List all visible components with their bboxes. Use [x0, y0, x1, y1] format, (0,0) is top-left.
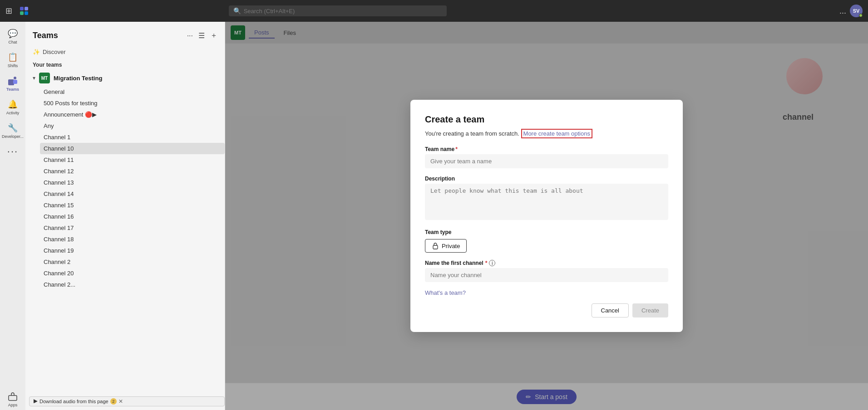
create-button[interactable]: Create: [632, 303, 668, 317]
svg-rect-3: [25, 11, 28, 15]
sidebar-label-teams: Teams: [6, 87, 19, 92]
channel-1[interactable]: Channel 1: [40, 132, 225, 143]
svg-rect-0: [20, 7, 24, 10]
sidebar-label-chat: Chat: [8, 40, 17, 44]
teams-panel-header: Teams ··· ☰ ＋: [25, 22, 225, 46]
sidebar-item-more[interactable]: ···: [1, 143, 25, 160]
create-team-dialog: Create a team You're creating a team fro…: [410, 100, 683, 332]
description-label: Description: [425, 176, 668, 182]
whats-team-link[interactable]: What's a team?: [425, 289, 668, 296]
discover-row[interactable]: ✨ Discover: [25, 46, 225, 58]
download-audio-bar: ⯈ Download audio from this page 2 ✕: [29, 396, 225, 406]
channel-10[interactable]: Channel 10: [40, 143, 225, 154]
dialog-title: Create a team: [425, 114, 668, 125]
channel-general[interactable]: General: [40, 86, 225, 98]
channel-12[interactable]: Channel 12: [40, 166, 225, 177]
svg-rect-6: [13, 80, 17, 84]
first-channel-required: *: [485, 260, 488, 266]
download-audio-text: ⯈ Download audio from this page: [33, 399, 108, 404]
search-icon: 🔍: [233, 7, 241, 15]
discover-label: Discover: [43, 49, 66, 55]
sidebar-item-chat[interactable]: 💬 Chat: [1, 25, 25, 47]
channel-20[interactable]: Channel 20: [40, 268, 225, 279]
online-status-dot: [859, 14, 863, 17]
download-badge: 2: [110, 398, 117, 405]
sidebar-item-apps[interactable]: Apps: [1, 388, 25, 410]
info-icon[interactable]: i: [489, 260, 495, 266]
svg-rect-1: [25, 7, 28, 10]
user-avatar[interactable]: SV: [850, 5, 863, 17]
svg-rect-8: [433, 245, 438, 249]
chat-icon: 💬: [7, 28, 18, 39]
channels-list: General 500 Posts for testing Announceme…: [25, 86, 225, 290]
channel-any[interactable]: Any: [40, 120, 225, 132]
grid-icon[interactable]: ⊞: [5, 6, 12, 16]
svg-rect-2: [20, 11, 24, 15]
channel-2[interactable]: Channel 2: [40, 256, 225, 268]
more-icon: ···: [7, 146, 18, 157]
sidebar-item-developer[interactable]: 🔧 Developer...: [1, 120, 25, 142]
apps-icon: [7, 391, 18, 402]
sidebar-label-activity: Activity: [6, 111, 20, 115]
channel-16[interactable]: Channel 16: [40, 211, 225, 222]
sidebar-label-apps: Apps: [8, 403, 18, 407]
cancel-button[interactable]: Cancel: [592, 303, 629, 317]
private-type-button[interactable]: Private: [425, 239, 467, 253]
activity-icon: 🔔: [7, 99, 18, 110]
channel-17[interactable]: Channel 17: [40, 222, 225, 234]
description-group: Description: [425, 176, 668, 222]
team-name-migration-testing: Migration Testing: [54, 75, 102, 82]
search-input[interactable]: [244, 8, 442, 15]
sidebar-item-teams[interactable]: Teams: [1, 73, 25, 94]
first-channel-label-row: Name the first channel * i: [425, 260, 668, 266]
main-content: MT Posts Files channel ✏ Start a post: [225, 22, 868, 410]
search-bar[interactable]: 🔍: [229, 5, 447, 16]
channel-announcement[interactable]: Announcement 🔴▶: [40, 109, 225, 120]
channel-15[interactable]: Channel 15: [40, 200, 225, 211]
sidebar-label-shifts: Shifts: [8, 63, 18, 68]
developer-icon: 🔧: [7, 122, 18, 133]
sidebar: 💬 Chat 📋 Shifts Teams 🔔 Acti: [0, 22, 25, 410]
shifts-icon: 📋: [7, 52, 18, 63]
more-options-link[interactable]: More create team options: [521, 129, 592, 138]
dialog-footer: Cancel Create: [425, 303, 668, 317]
team-migration-testing[interactable]: ▾ MT Migration Testing: [25, 70, 225, 86]
sidebar-label-developer: Developer...: [2, 134, 24, 139]
modal-overlay: Create a team You're creating a team fro…: [225, 22, 868, 410]
first-channel-group: Name the first channel * i: [425, 260, 668, 282]
channel-19[interactable]: Channel 19: [40, 245, 225, 256]
teams-panel-title: Teams: [33, 31, 182, 40]
channel-14[interactable]: Channel 14: [40, 188, 225, 200]
dialog-subtitle: You're creating a team from scratch. Mor…: [425, 130, 668, 137]
teams-panel: Teams ··· ☰ ＋ ✨ Discover Your teams ▾ MT…: [25, 22, 225, 410]
first-channel-input[interactable]: [425, 268, 668, 282]
your-teams-section-label: Your teams: [25, 58, 225, 70]
team-type-label: Team type: [425, 229, 668, 235]
teams-icon: [7, 75, 18, 86]
channel-2more[interactable]: Channel 2...: [40, 279, 225, 290]
more-options-icon[interactable]: ...: [839, 6, 846, 16]
team-name-group: Team name*: [425, 146, 668, 168]
channel-13[interactable]: Channel 13: [40, 177, 225, 188]
lock-icon: [432, 242, 439, 249]
team-avatar-mt: MT: [39, 73, 50, 83]
private-btn-label: Private: [442, 243, 460, 249]
channel-500posts[interactable]: 500 Posts for testing: [40, 98, 225, 109]
description-input[interactable]: [425, 184, 668, 220]
download-close-btn[interactable]: ✕: [118, 398, 123, 405]
team-type-section: Team type Private: [425, 229, 668, 253]
nav-right: ... SV: [839, 5, 863, 17]
team-name-required: *: [455, 146, 458, 152]
channel-18[interactable]: Channel 18: [40, 234, 225, 245]
nav-topbar: ⊞ 🔍 ... SV: [0, 0, 868, 22]
sidebar-item-shifts[interactable]: 📋 Shifts: [1, 49, 25, 71]
svg-point-5: [14, 77, 16, 79]
teams-filter-btn[interactable]: ☰: [197, 29, 207, 42]
teams-add-btn[interactable]: ＋: [208, 29, 219, 42]
teams-panel-actions: ··· ☰ ＋: [185, 29, 219, 42]
sidebar-item-activity[interactable]: 🔔 Activity: [1, 96, 25, 118]
channel-11[interactable]: Channel 11: [40, 154, 225, 166]
team-name-input[interactable]: [425, 154, 668, 168]
ms-teams-logo: [18, 5, 30, 17]
teams-more-btn[interactable]: ···: [185, 29, 195, 42]
